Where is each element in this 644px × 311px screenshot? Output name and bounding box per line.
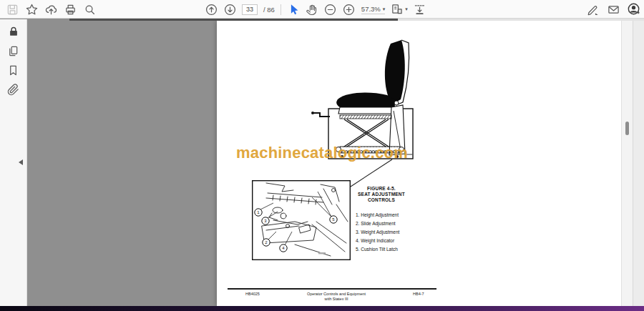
zoom-level-dropdown[interactable]: 57.3% ▾ xyxy=(361,5,385,14)
email-button[interactable] xyxy=(607,3,620,16)
taskbar-edge xyxy=(0,306,644,311)
star-button[interactable] xyxy=(25,3,38,16)
chevron-down-icon: ▾ xyxy=(383,6,386,11)
fit-page-dropdown[interactable]: ▾ xyxy=(391,3,408,16)
account-button[interactable] xyxy=(628,3,640,16)
save-button[interactable] xyxy=(6,3,19,16)
account-person-icon xyxy=(628,3,640,16)
callout-connector-line xyxy=(348,159,394,189)
vertical-scrollbar-track[interactable] xyxy=(621,19,633,306)
sidebar-item-pages[interactable] xyxy=(7,44,20,57)
minus-circle-icon xyxy=(324,4,336,16)
plus-circle-icon xyxy=(343,4,355,16)
pages-icon xyxy=(7,45,19,57)
legend-item: 4. Weight Indicator xyxy=(356,237,399,245)
arrow-up-circle-icon xyxy=(205,4,218,16)
cloud-upload-button[interactable] xyxy=(44,3,57,16)
toolbar-center-group: / 86 57.3% ▾ xyxy=(205,0,426,19)
footer-doc-code: HB4025 xyxy=(245,292,260,297)
read-mode-button[interactable] xyxy=(414,3,426,16)
search-button[interactable] xyxy=(83,3,96,16)
pen-sign-icon xyxy=(587,4,599,16)
save-icon xyxy=(6,4,19,16)
toolbar-shadow-dark xyxy=(69,19,398,21)
right-panel-rail xyxy=(633,19,644,306)
legend-item: 2. Slide Adjustment xyxy=(356,219,399,228)
footer-section-line: Operator Controls and Equipment xyxy=(301,292,372,297)
legend-item: 1. Height Adjustment xyxy=(356,211,399,219)
page-number-input[interactable] xyxy=(242,4,258,15)
pdf-page: machinecatalogic.com xyxy=(217,21,621,306)
previous-page-button[interactable] xyxy=(205,3,218,16)
envelope-icon xyxy=(608,4,620,16)
footer-section-line: with Statex III xyxy=(301,297,372,302)
read-mode-icon xyxy=(414,4,426,16)
select-tool-button[interactable] xyxy=(287,3,300,16)
legend-item: 3. Weight Adjustment xyxy=(356,228,399,237)
zoom-in-button[interactable] xyxy=(343,3,356,16)
watermark-text: machinecatalogic.com xyxy=(236,144,408,162)
figure-title-line: SEAT ADJUSTMENT xyxy=(346,192,417,197)
next-page-button[interactable] xyxy=(223,3,236,16)
page-total-label: / 86 xyxy=(263,6,275,14)
legend-item: 5. Cushion Tilt Latch xyxy=(356,245,399,254)
toolbar-shadow-light xyxy=(398,19,644,21)
figure-title-line: CONTROLS xyxy=(346,197,417,203)
figure-caption-title: FIGURE 4-5. SEAT ADJUSTMENT CONTROLS xyxy=(346,186,417,203)
footer-rule xyxy=(228,288,436,290)
seat-adjustment-detail-illustration: 1 3 2 4 5 xyxy=(252,180,351,260)
footer-page-code: HB4-7 xyxy=(413,292,424,297)
toolbar-left-group xyxy=(6,0,96,19)
fill-sign-button[interactable] xyxy=(586,3,599,16)
figure-id-smudge xyxy=(318,252,326,254)
zoom-out-button[interactable] xyxy=(324,3,337,16)
star-icon xyxy=(26,4,38,16)
hand-tool-icon xyxy=(306,4,318,16)
print-button[interactable] xyxy=(64,3,77,16)
fit-page-icon xyxy=(391,3,403,15)
collapse-panel-left-button[interactable] xyxy=(19,159,23,165)
zoom-level-value: 57.3% xyxy=(361,5,381,13)
sidebar-item-security[interactable] xyxy=(7,25,20,38)
bookmark-icon xyxy=(7,64,19,76)
search-icon xyxy=(84,4,96,16)
toolbar-divider xyxy=(280,4,281,15)
sidebar-item-bookmarks[interactable] xyxy=(7,64,20,76)
chevron-down-icon: ▾ xyxy=(405,6,408,11)
paperclip-icon xyxy=(7,84,19,96)
footer-section-title: Operator Controls and Equipment with Sta… xyxy=(301,292,372,301)
print-icon xyxy=(64,4,77,16)
left-panel-rail xyxy=(0,19,27,306)
figure-title-line: FIGURE 4-5. xyxy=(346,186,417,192)
toolbar-right-group xyxy=(586,0,640,19)
figure-legend-list: 1. Height Adjustment 2. Slide Adjustment… xyxy=(356,211,399,254)
select-cursor-icon xyxy=(288,4,299,15)
pdf-toolbar: / 86 57.3% ▾ xyxy=(0,0,644,19)
hand-tool-button[interactable] xyxy=(306,3,318,16)
cloud-upload-icon xyxy=(45,4,57,16)
sidebar-item-attachments[interactable] xyxy=(7,83,20,96)
lock-icon xyxy=(8,26,19,37)
arrow-down-circle-icon xyxy=(224,4,236,16)
vertical-scrollbar-thumb[interactable] xyxy=(625,122,629,135)
